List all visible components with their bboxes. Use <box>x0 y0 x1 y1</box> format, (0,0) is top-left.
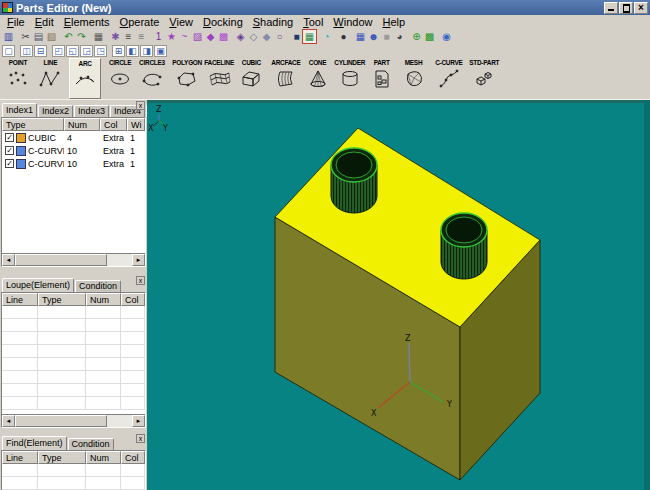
window-quad-icon[interactable]: ⊞ <box>112 45 125 57</box>
column-header-type[interactable]: Type <box>38 451 86 464</box>
tool-arc-button[interactable]: ARC <box>69 58 101 99</box>
rotate-view-icon[interactable]: ◔ <box>320 30 333 43</box>
scroll-right-button[interactable]: ► <box>132 254 145 266</box>
tab-index1[interactable]: Index1 <box>2 103 37 117</box>
menu-item-file[interactable]: File <box>2 16 30 28</box>
tool-circle-button[interactable]: CIRCLE <box>104 58 136 99</box>
menu-item-elements[interactable]: Elements <box>59 16 115 28</box>
tool-std-part-button[interactable]: STD-PART <box>468 58 500 99</box>
shield-c-icon[interactable]: ◆ <box>260 30 273 43</box>
find-panel-close-button[interactable]: x <box>136 434 145 443</box>
minimize-button[interactable] <box>604 2 618 14</box>
tool-arcface-button[interactable]: ARCFACE <box>270 58 302 99</box>
tab-find-element-[interactable]: Find(Element) <box>2 436 67 450</box>
shield-d-icon[interactable]: ○ <box>273 30 286 43</box>
menu-item-tool[interactable]: Tool <box>298 16 328 28</box>
window-left-pane-icon[interactable]: ◧ <box>126 45 139 57</box>
menu-item-edit[interactable]: Edit <box>30 16 59 28</box>
restore-button[interactable] <box>619 2 633 14</box>
table-row[interactable]: ✓CUBIC4Extra1 <box>2 131 145 144</box>
window-right-pane-icon[interactable]: ◨ <box>140 45 153 57</box>
loupe-horizontal-scrollbar[interactable]: ◄► <box>2 414 145 427</box>
column-header-col[interactable]: Col <box>121 451 145 464</box>
tool-polygon-button[interactable]: POLYGON <box>171 58 203 99</box>
column-header-col[interactable]: Col <box>121 293 145 306</box>
scrollbar-thumb[interactable] <box>15 254 107 266</box>
undo-icon[interactable]: ↶ <box>62 30 75 43</box>
tool-mesh-button[interactable]: MESH <box>398 58 430 99</box>
menu-item-operate[interactable]: Operate <box>115 16 165 28</box>
pie-view-icon[interactable]: ◕ <box>393 30 406 43</box>
window-layout-d-icon[interactable]: ◳ <box>94 45 107 57</box>
mark-solid-icon[interactable]: ◆ <box>204 30 217 43</box>
tab-index3[interactable]: Index3 <box>74 105 109 117</box>
scrollbar-track[interactable] <box>107 254 132 266</box>
window-layout-b-icon[interactable]: ◱ <box>66 45 79 57</box>
shield-a-icon[interactable]: ◈ <box>234 30 247 43</box>
column-header-wi[interactable]: Wi <box>127 118 145 131</box>
redo-icon[interactable]: ↷ <box>75 30 88 43</box>
shade-sphere-icon[interactable]: ● <box>337 30 350 43</box>
column-header-col[interactable]: Col <box>100 118 127 131</box>
row-checkbox[interactable]: ✓ <box>5 133 14 142</box>
mark-one-icon[interactable]: 1 <box>152 30 165 43</box>
cylinder-boss-left[interactable] <box>331 148 377 213</box>
view-grid-icon[interactable]: ▦ <box>303 30 316 43</box>
table-view-icon[interactable]: ▦ <box>354 30 367 43</box>
menu-item-docking[interactable]: Docking <box>198 16 248 28</box>
tab-condition[interactable]: Condition <box>68 438 114 450</box>
column-header-num[interactable]: Num <box>64 118 100 131</box>
scroll-left-button[interactable]: ◄ <box>2 415 15 427</box>
loupe-panel-close-button[interactable]: x <box>136 276 145 285</box>
mark-face-icon[interactable]: ▨ <box>191 30 204 43</box>
tool-circle3-button[interactable]: CIRCLE3 <box>136 58 168 99</box>
scroll-right-button[interactable]: ► <box>132 415 145 427</box>
model-viewport[interactable]: Z Y X Z X Y <box>147 100 650 490</box>
column-header-num[interactable]: Num <box>86 451 121 464</box>
tree-view-icon[interactable]: ⊕ <box>410 30 423 43</box>
scroll-left-button[interactable]: ◄ <box>2 254 15 266</box>
column-header-num[interactable]: Num <box>86 293 121 306</box>
tab-condition[interactable]: Condition <box>75 280 121 292</box>
table-row[interactable]: ✓C-CURVE10Extra1 <box>2 144 145 157</box>
list-icon[interactable]: ≡ <box>122 30 135 43</box>
tool-part-button[interactable]: PART <box>366 58 398 99</box>
window-top-pane-icon[interactable]: ▣ <box>154 45 167 57</box>
index-horizontal-scrollbar[interactable]: ◄► <box>2 253 145 266</box>
paste-icon[interactable]: ▧ <box>45 30 58 43</box>
menu-item-shading[interactable]: Shading <box>248 16 298 28</box>
plane-view-icon[interactable]: ■ <box>380 30 393 43</box>
window-layout-c-icon[interactable]: ◲ <box>80 45 93 57</box>
structure-icon[interactable]: ✱ <box>109 30 122 43</box>
scene-svg[interactable]: Z Y X Z X Y <box>147 100 650 490</box>
print-icon[interactable]: ▦ <box>92 30 105 43</box>
window-split-vertical-icon[interactable]: ◫ <box>20 45 33 57</box>
window-split-horizontal-icon[interactable]: ⊟ <box>34 45 47 57</box>
view-dark-icon[interactable]: ■ <box>290 30 303 43</box>
tool-faceline-button[interactable]: FACELINE <box>203 58 235 99</box>
tool-cubic-button[interactable]: CUBIC <box>235 58 267 99</box>
mesh-view-icon[interactable]: ▩ <box>423 30 436 43</box>
column-header-line[interactable]: Line <box>2 293 38 306</box>
menu-item-view[interactable]: View <box>164 16 198 28</box>
window-layout-a-icon[interactable]: ◰ <box>52 45 65 57</box>
tool-point-button[interactable]: POINT <box>2 58 34 99</box>
row-checkbox[interactable]: ✓ <box>5 159 14 168</box>
index-panel-close-button[interactable]: x <box>136 101 145 110</box>
column-header-line[interactable]: Line <box>2 451 38 464</box>
mark-curve-icon[interactable]: ~ <box>178 30 191 43</box>
scrollbar-track[interactable] <box>107 415 132 427</box>
menu-item-help[interactable]: Help <box>377 16 410 28</box>
cut-icon[interactable]: ✂ <box>19 30 32 43</box>
tool-cylinder-button[interactable]: CYLINDER <box>334 58 366 99</box>
copy-icon[interactable]: ▤ <box>32 30 45 43</box>
column-header-type[interactable]: Type <box>38 293 86 306</box>
close-button[interactable]: × <box>634 2 648 14</box>
cylinder-boss-right[interactable] <box>441 213 487 279</box>
shield-b-icon[interactable]: ◇ <box>247 30 260 43</box>
list-detail-icon[interactable]: ≡ <box>135 30 148 43</box>
user-view-icon[interactable]: ☻ <box>367 30 380 43</box>
window-single-icon[interactable]: ▢ <box>2 45 15 57</box>
menu-item-window[interactable]: Window <box>328 16 377 28</box>
table-row[interactable]: ✓C-CURVE10Extra1 <box>2 157 145 170</box>
